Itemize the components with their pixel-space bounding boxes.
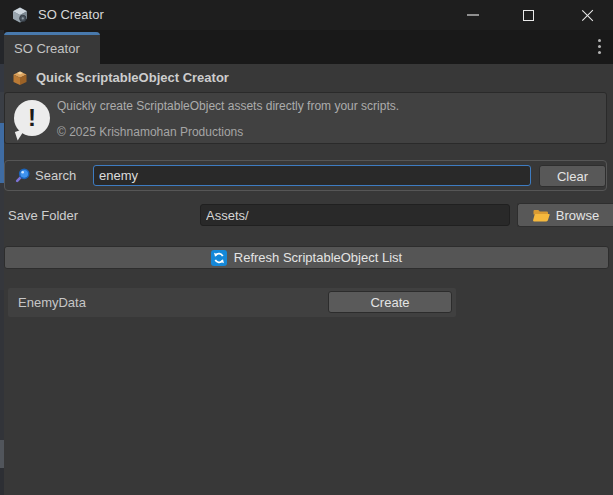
search-label: Search xyxy=(35,168,76,183)
save-folder-label: Save Folder xyxy=(8,208,78,223)
sliver-segment xyxy=(0,440,4,468)
clear-button[interactable]: Clear xyxy=(539,165,606,187)
sliver-segment-blue xyxy=(0,123,4,183)
search-input[interactable] xyxy=(93,165,531,186)
refresh-button[interactable]: Refresh ScriptableObject List xyxy=(4,246,609,269)
search-icon xyxy=(14,167,31,184)
sliver-segment xyxy=(0,183,4,290)
folder-icon xyxy=(532,208,550,223)
so-creator-window: SO Creator SO Creator Qu xyxy=(0,0,613,495)
help-box: ! Quickly create ScriptableObject assets… xyxy=(4,92,607,144)
help-copyright: © 2025 Krishnamohan Productions xyxy=(57,125,243,139)
sliver-segment xyxy=(0,30,4,64)
scriptable-object-name: EnemyData xyxy=(18,288,86,317)
package-icon xyxy=(12,70,28,86)
create-button[interactable]: Create xyxy=(328,291,452,313)
background-window-sliver xyxy=(0,30,4,495)
help-description: Quickly create ScriptableObject assets d… xyxy=(57,99,399,113)
page-title: Quick ScriptableObject Creator xyxy=(36,70,229,85)
scriptable-object-row: EnemyData Create xyxy=(8,288,456,317)
refresh-label: Refresh ScriptableObject List xyxy=(234,250,402,265)
refresh-icon xyxy=(211,250,227,266)
search-section: Search Clear xyxy=(4,160,607,191)
sliver-segment xyxy=(0,290,4,440)
content: Quick ScriptableObject Creator ! Quickly… xyxy=(0,0,613,495)
exclamation-glyph: ! xyxy=(28,106,36,130)
sliver-segment xyxy=(0,92,4,123)
save-folder-input[interactable] xyxy=(200,204,510,226)
sliver-segment xyxy=(0,64,4,92)
browse-button[interactable]: Browse xyxy=(517,203,613,227)
bubble-tail xyxy=(15,129,28,141)
browse-label: Browse xyxy=(556,208,599,223)
sliver-segment xyxy=(0,468,4,495)
info-bubble-icon: ! xyxy=(14,100,50,136)
